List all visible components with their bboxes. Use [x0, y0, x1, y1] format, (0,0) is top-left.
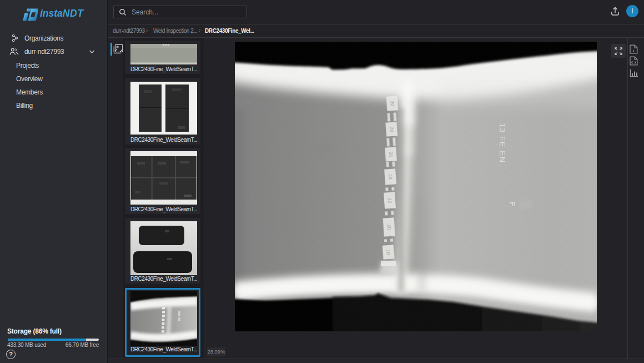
svg-text:F: F: [508, 202, 517, 207]
svg-text:13 FE EN: 13 FE EN: [498, 123, 507, 163]
